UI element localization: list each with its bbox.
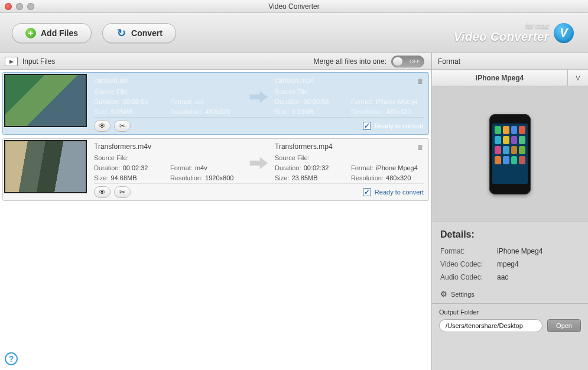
merge-toggle[interactable]: OFF [391, 56, 424, 67]
details-heading: Details: [440, 229, 580, 240]
file-item[interactable]: 🗑 Transformers.m4v Source File: Duration… [2, 138, 429, 201]
arrow-right-icon [249, 142, 269, 183]
settings-button[interactable]: ⚙ Settings [440, 286, 580, 298]
open-folder-button[interactable]: Open [547, 319, 581, 332]
target-info: Transformers.mp4 Source File: Duration:0… [275, 142, 424, 183]
left-pane: ▶ Input Files Merge all files into one: … [0, 53, 432, 370]
brand-subtitle: for mac [454, 22, 549, 30]
format-dropdown-button[interactable]: V [568, 70, 588, 86]
help-button[interactable]: ? [5, 352, 18, 365]
preview-button[interactable]: 👁 [94, 186, 111, 198]
trim-button[interactable]: ✂ [114, 186, 131, 198]
brand-title: Video Converter [454, 30, 549, 44]
merge-toggle-state: OFF [410, 59, 420, 64]
right-pane: Format iPhone Mpeg4 V Details: Format: i… [432, 53, 588, 370]
minimize-window-button[interactable] [16, 3, 23, 10]
detail-value: mpeg4 [497, 260, 519, 268]
file-item[interactable]: 🗑 cartoon.avi Source File: Duration:00:0… [2, 72, 429, 135]
output-folder-section: Output Folder /Users/tenorshare/Desktop … [432, 303, 588, 338]
trash-icon: 🗑 [417, 144, 424, 151]
source-filename: Transformers.m4v [94, 142, 243, 151]
ready-checkbox[interactable]: ✓ [363, 122, 371, 130]
convert-label: Convert [131, 28, 163, 38]
format-preview [432, 86, 588, 222]
toggle-knob-icon [392, 57, 403, 66]
chevron-down-icon: V [576, 74, 580, 82]
detail-label: Video Codec: [440, 260, 492, 268]
ready-status: ✓ Ready to convert [363, 188, 424, 196]
settings-label: Settings [451, 291, 475, 298]
zoom-window-button[interactable] [27, 3, 34, 10]
delete-button[interactable]: 🗑 [414, 141, 426, 153]
video-thumbnail [4, 74, 87, 127]
target-filename: cartoon.mp4 [275, 76, 424, 85]
output-folder-label: Output Folder [439, 309, 581, 316]
trim-button[interactable]: ✂ [114, 120, 131, 132]
scissors-icon: ✂ [119, 188, 125, 196]
format-selector: iPhone Mpeg4 V [432, 70, 588, 86]
output-path-input[interactable]: /Users/tenorshare/Desktop [439, 319, 542, 332]
target-info: cartoon.mp4 Source File: Duration:00:00:… [275, 76, 424, 117]
detail-value: iPhone Mpeg4 [497, 247, 542, 255]
target-filename: Transformers.mp4 [275, 142, 424, 151]
arrow-right-icon [249, 76, 269, 117]
refresh-icon: ↻ [116, 28, 126, 38]
ready-checkbox[interactable]: ✓ [363, 188, 371, 196]
add-files-label: Add Files [41, 28, 78, 38]
convert-button[interactable]: ↻ Convert [102, 23, 176, 43]
toolbar: + Add Files ↻ Convert for mac Video Conv… [0, 13, 588, 53]
thumbnail-view-icon[interactable]: ▶ [5, 57, 18, 66]
scissors-icon: ✂ [119, 122, 125, 130]
detail-label: Format: [440, 247, 492, 255]
add-files-button[interactable]: + Add Files [12, 23, 92, 43]
trash-icon: 🗑 [417, 77, 424, 85]
input-files-label: Input Files [22, 57, 55, 66]
plus-icon: + [25, 28, 36, 38]
file-list: 🗑 cartoon.avi Source File: Duration:00:0… [0, 70, 431, 370]
details-section: Details: Format: iPhone Mpeg4 Video Code… [432, 222, 588, 303]
eye-icon: 👁 [99, 122, 106, 130]
window-title: Video Converter [268, 2, 320, 11]
window-controls [5, 3, 34, 10]
source-info: Transformers.m4v Source File: Duration:0… [94, 142, 243, 183]
brand-area: for mac Video Converter V [454, 22, 576, 44]
preview-button[interactable]: 👁 [94, 120, 111, 132]
current-format[interactable]: iPhone Mpeg4 [432, 70, 568, 86]
eye-icon: 👁 [99, 188, 106, 196]
detail-label: Audio Codec: [440, 273, 492, 281]
input-files-header: ▶ Input Files Merge all files into one: … [0, 53, 431, 70]
merge-label: Merge all files into one: [314, 57, 386, 66]
iphone-icon [489, 114, 531, 194]
ready-status: ✓ Ready to convert [363, 122, 424, 130]
format-header: Format [432, 53, 588, 70]
close-window-button[interactable] [5, 3, 12, 10]
source-info: cartoon.avi Source File: Duration:00:00:… [94, 76, 243, 117]
delete-button[interactable]: 🗑 [414, 75, 426, 87]
detail-value: aac [497, 273, 508, 281]
source-filename: cartoon.avi [94, 76, 243, 85]
brand-badge-icon: V [554, 23, 574, 43]
titlebar: Video Converter [0, 0, 588, 13]
gear-icon: ⚙ [440, 290, 447, 298]
video-thumbnail [4, 140, 87, 193]
help-icon: ? [9, 354, 14, 363]
